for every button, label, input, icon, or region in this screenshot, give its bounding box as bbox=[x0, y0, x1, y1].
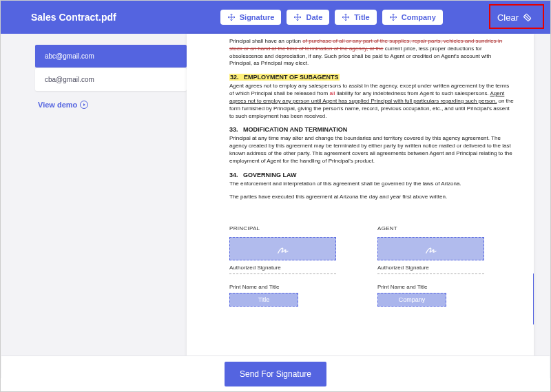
agent-column: AGENT Authorized Signature Print Name an… bbox=[377, 225, 484, 306]
tool-date[interactable]: Date bbox=[287, 10, 329, 25]
printname-label: Print Name and Title bbox=[377, 284, 484, 291]
tool-row: Signature Date Title Company bbox=[220, 10, 443, 25]
title-field[interactable]: Title bbox=[229, 293, 298, 307]
agent-label: AGENT bbox=[377, 225, 484, 233]
move-icon bbox=[342, 13, 350, 21]
principal-column: PRINCIPAL Authorized Signature Print Nam… bbox=[229, 225, 336, 306]
view-demo-link[interactable]: View demo bbox=[38, 101, 187, 109]
principal-signature-field[interactable] bbox=[229, 237, 336, 260]
topbar: Sales Contract.pdf Signature Date Title … bbox=[1, 1, 550, 34]
tool-label: Title bbox=[354, 13, 369, 21]
tool-label: Date bbox=[306, 13, 322, 21]
printname-label: Print Name and Title bbox=[229, 284, 336, 291]
sidebar: abc@gmail.com cba@gmail.com View demo bbox=[1, 34, 187, 378]
clear-label: Clear bbox=[497, 12, 519, 23]
move-icon bbox=[227, 13, 236, 21]
move-icon bbox=[293, 13, 302, 21]
view-demo-label: View demo bbox=[38, 101, 77, 109]
agent-signature-field[interactable] bbox=[377, 237, 484, 260]
principal-label: PRINCIPAL bbox=[229, 225, 336, 233]
section-34-body-1: The enforcement and interpretation of th… bbox=[229, 180, 514, 188]
section-34-body-2: The parties have executed this agreement… bbox=[229, 194, 514, 201]
company-field[interactable]: Company bbox=[377, 293, 446, 307]
authorized-label: Authorized Signature bbox=[377, 265, 484, 274]
tool-label: Company bbox=[402, 13, 436, 21]
signature-row: PRINCIPAL Authorized Signature Print Nam… bbox=[229, 225, 514, 306]
scroll-marker bbox=[533, 274, 534, 324]
section-33-heading: 33. MODIFICATION AND TERMINATION bbox=[229, 125, 514, 134]
tool-title[interactable]: Title bbox=[335, 10, 376, 25]
send-for-signature-button[interactable]: Send For Signature bbox=[225, 362, 326, 386]
section-34-heading: 34. GOVERNING LAW bbox=[229, 171, 514, 179]
move-icon bbox=[389, 13, 397, 21]
bottom-bar: Send For Signature bbox=[1, 355, 550, 391]
contact-item[interactable]: cba@gmail.com bbox=[35, 68, 187, 91]
tool-signature[interactable]: Signature bbox=[220, 10, 282, 25]
tool-label: Signature bbox=[240, 13, 275, 21]
signature-icon bbox=[276, 242, 290, 256]
content: abc@gmail.com cba@gmail.com View demo Pr… bbox=[1, 34, 550, 378]
play-icon bbox=[80, 101, 88, 109]
contact-item[interactable]: abc@gmail.com bbox=[35, 45, 187, 68]
intro-paragraph: Principal shall have an option of purcha… bbox=[229, 38, 514, 68]
section-32-body: Agent agrees not to employ any salespers… bbox=[229, 83, 514, 120]
tool-company[interactable]: Company bbox=[382, 10, 443, 25]
authorized-label: Authorized Signature bbox=[229, 265, 336, 274]
signature-icon bbox=[424, 242, 438, 256]
clear-button[interactable]: Clear bbox=[490, 8, 539, 27]
document-viewer[interactable]: Principal shall have an option of purcha… bbox=[187, 34, 534, 378]
section-33-body: Principal at any time may alter and chan… bbox=[229, 135, 514, 165]
document-filename: Sales Contract.pdf bbox=[31, 12, 116, 23]
eraser-icon bbox=[523, 12, 532, 22]
section-32-heading: 32. EMPLOYMENT OF SUBAGENTS bbox=[229, 73, 514, 81]
